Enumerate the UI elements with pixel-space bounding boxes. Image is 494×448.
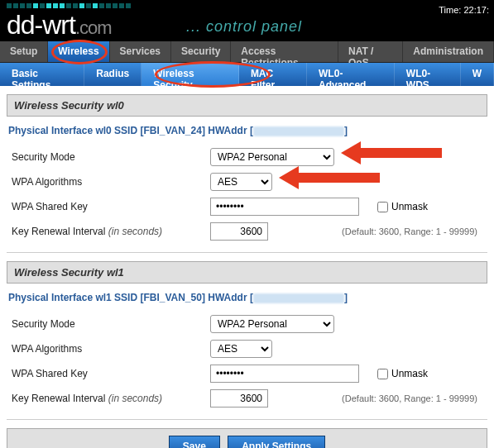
input-key-renewal-wl1[interactable] xyxy=(210,389,268,407)
tab-services[interactable]: Services xyxy=(110,41,171,62)
select-wpa-algo-wl0[interactable]: AES xyxy=(210,173,272,191)
tab-access-restrictions[interactable]: Access Restrictions xyxy=(231,41,338,62)
annotation-arrow-2 xyxy=(297,173,380,183)
label-wpa-algo: WPA Algorithms xyxy=(12,343,210,355)
iface-mid: ] HWAddr [ xyxy=(202,292,253,303)
interface-header-wl0: Physical Interface wl0 SSID [FBI_VAN_24]… xyxy=(7,122,487,143)
subtab-wl0-advanced[interactable]: WL0-Advanced xyxy=(307,63,395,86)
input-key-renewal-wl0[interactable] xyxy=(210,222,268,241)
apply-settings-button[interactable]: Apply Settings xyxy=(228,436,325,448)
logo-text: dd-wrt xyxy=(7,10,75,40)
label-key-renewal: Key Renewal Interval (in seconds) xyxy=(12,226,210,237)
select-security-mode-wl1[interactable]: WPA2 Personal xyxy=(210,315,334,333)
iface-suffix: ] xyxy=(344,292,348,303)
form-wl1: Security Mode WPA2 Personal WPA Algorith… xyxy=(7,310,487,420)
select-wpa-algo-wl1[interactable]: AES xyxy=(210,340,272,358)
hint-key-renewal: (Default: 3600, Range: 1 - 99999) xyxy=(342,226,477,236)
content-area: Wireless Security wl0 Physical Interface… xyxy=(0,86,494,448)
tab-setup[interactable]: Setup xyxy=(0,41,48,62)
unmask-label: Unmask xyxy=(391,368,428,379)
tab-wireless[interactable]: Wireless xyxy=(48,41,109,62)
input-shared-key-wl0[interactable] xyxy=(210,198,359,216)
hint-key-renewal: (Default: 3600, Range: 1 - 99999) xyxy=(342,393,477,403)
subtitle: ... control panel xyxy=(186,18,302,36)
label-security-mode: Security Mode xyxy=(12,151,210,163)
mac-address-redacted xyxy=(253,293,344,303)
row-wpa-algo-wl1: WPA Algorithms AES xyxy=(12,336,482,361)
sub-tabs: Basic Settings Radius Wireless Security … xyxy=(0,63,494,86)
header-bar: dd-wrt.com ... control panel Time: 22:17… xyxy=(0,0,494,41)
iface-prefix: Physical Interface wl1 SSID [ xyxy=(8,292,143,303)
main-tabs: Setup Wireless Services Security Access … xyxy=(0,41,494,63)
label-shared-key: WPA Shared Key xyxy=(12,201,210,212)
input-shared-key-wl1[interactable] xyxy=(210,365,359,383)
iface-suffix: ] xyxy=(344,125,348,136)
section-header-wl0: Wireless Security wl0 xyxy=(7,94,487,117)
tab-security[interactable]: Security xyxy=(171,41,231,62)
logo-dots xyxy=(7,0,494,8)
annotation-arrow-1 xyxy=(359,148,442,158)
row-wpa-algo-wl0: WPA Algorithms AES xyxy=(12,169,482,194)
subtab-radius[interactable]: Radius xyxy=(84,63,141,86)
unmask-wrap-wl1[interactable]: Unmask xyxy=(377,368,428,379)
select-security-mode-wl0[interactable]: WPA2 Personal xyxy=(210,148,334,166)
interface-header-wl1: Physical Interface wl1 SSID [FBI_VAN_50]… xyxy=(7,288,487,310)
iface-mid: ] HWAddr [ xyxy=(202,125,253,136)
iface-ssid: FBI_VAN_50 xyxy=(143,292,201,303)
unmask-label: Unmask xyxy=(391,201,428,212)
row-security-mode-wl1: Security Mode WPA2 Personal xyxy=(12,312,482,336)
time-display: Time: 22:17: xyxy=(439,5,489,15)
save-button[interactable]: Save xyxy=(169,436,220,448)
row-shared-key-wl0: WPA Shared Key Unmask xyxy=(12,194,482,219)
mac-address-redacted xyxy=(253,126,344,136)
checkbox-unmask-wl0[interactable] xyxy=(377,202,388,212)
unmask-wrap-wl0[interactable]: Unmask xyxy=(377,201,428,212)
tab-nat-qos[interactable]: NAT / QoS xyxy=(338,41,403,62)
checkbox-unmask-wl1[interactable] xyxy=(377,369,388,379)
label-security-mode: Security Mode xyxy=(12,318,210,330)
iface-ssid: FBI_VAN_24 xyxy=(143,125,201,136)
row-key-renewal-wl1: Key Renewal Interval (in seconds) (Defau… xyxy=(12,386,482,411)
form-wl0: Security Mode WPA2 Personal WPA Algorith… xyxy=(7,143,487,253)
tab-administration[interactable]: Administration xyxy=(403,41,494,62)
logo: dd-wrt.com xyxy=(7,10,112,41)
row-shared-key-wl1: WPA Shared Key Unmask xyxy=(12,361,482,386)
row-security-mode-wl0: Security Mode WPA2 Personal xyxy=(12,145,482,169)
label-key-renewal: Key Renewal Interval (in seconds) xyxy=(12,393,210,404)
subtab-wl0-wds[interactable]: WL0-WDS xyxy=(395,63,461,86)
subtab-mac-filter[interactable]: MAC Filter xyxy=(239,63,307,86)
button-bar: Save Apply Settings xyxy=(7,428,487,448)
iface-prefix: Physical Interface wl0 SSID [ xyxy=(8,125,143,136)
logo-suffix: .com xyxy=(75,17,112,38)
label-shared-key: WPA Shared Key xyxy=(12,368,210,379)
subtab-basic-settings[interactable]: Basic Settings xyxy=(0,63,84,86)
subtab-overflow[interactable]: W xyxy=(461,63,494,86)
subtab-wireless-security[interactable]: Wireless Security xyxy=(141,63,239,86)
row-key-renewal-wl0: Key Renewal Interval (in seconds) (Defau… xyxy=(12,219,482,244)
section-header-wl1: Wireless Security wl1 xyxy=(7,261,487,284)
label-wpa-algo: WPA Algorithms xyxy=(12,176,210,188)
